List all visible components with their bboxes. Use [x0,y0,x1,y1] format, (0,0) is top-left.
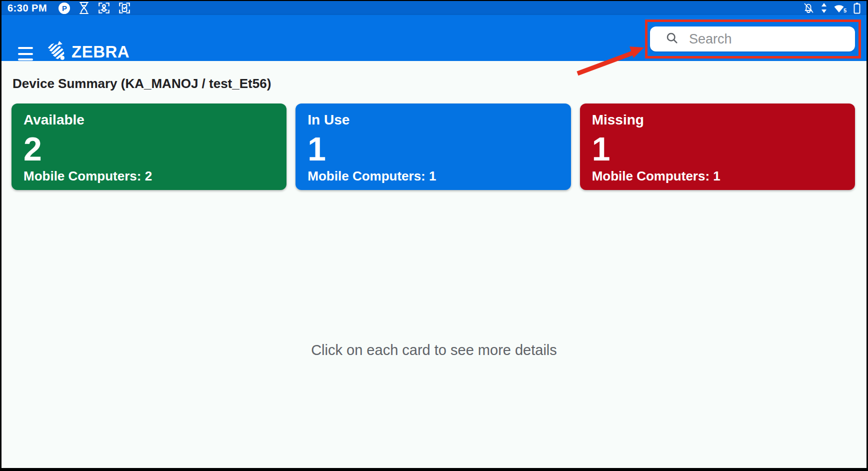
card-missing[interactable]: Missing 1 Mobile Computers: 1 [580,104,855,190]
status-left-icons: P [58,2,131,14]
card-label: Missing [592,111,843,128]
card-detail: Mobile Computers: 1 [592,168,843,186]
card-in-use[interactable]: In Use 1 Mobile Computers: 1 [296,104,570,190]
clock: 6:30 PM [8,2,47,14]
svg-text:5: 5 [844,8,846,14]
notifications-off-icon [802,2,814,14]
svg-text:P: P [62,4,67,12]
priority-mode-icon: P [58,2,70,14]
status-bar: 6:30 PM P [2,1,866,15]
wifi-icon: 5 [834,2,848,14]
device-screen: 6:30 PM P [0,0,868,471]
card-count: 2 [24,132,274,166]
card-detail: Mobile Computers: 1 [308,168,558,186]
zebra-logo: ZEBRA [46,41,130,63]
device-diagnostics-icon [98,2,110,14]
summary-cards: Available 2 Mobile Computers: 2 In Use 1… [12,104,855,190]
battery-icon [854,2,860,14]
card-label: Available [24,111,274,128]
hint-message: Click on each card to see more details [0,342,868,358]
menu-button[interactable] [18,47,33,60]
search-input[interactable] [689,32,848,47]
data-transfer-icon [820,2,828,14]
hourglass-icon [78,2,90,14]
card-available[interactable]: Available 2 Mobile Computers: 2 [12,104,286,190]
search-icon [665,31,679,47]
card-detail: Mobile Computers: 2 [24,168,274,186]
search-field[interactable] [650,26,855,52]
card-count: 1 [592,132,843,166]
zebra-head-icon [46,41,68,63]
screen-verify-icon [118,2,131,14]
card-count: 1 [308,132,558,166]
brand-name: ZEBRA [72,42,130,62]
page-title: Device Summary (KA_MANOJ / test_Et56) [12,76,271,92]
card-label: In Use [308,111,558,128]
status-right-icons: 5 [802,2,860,14]
